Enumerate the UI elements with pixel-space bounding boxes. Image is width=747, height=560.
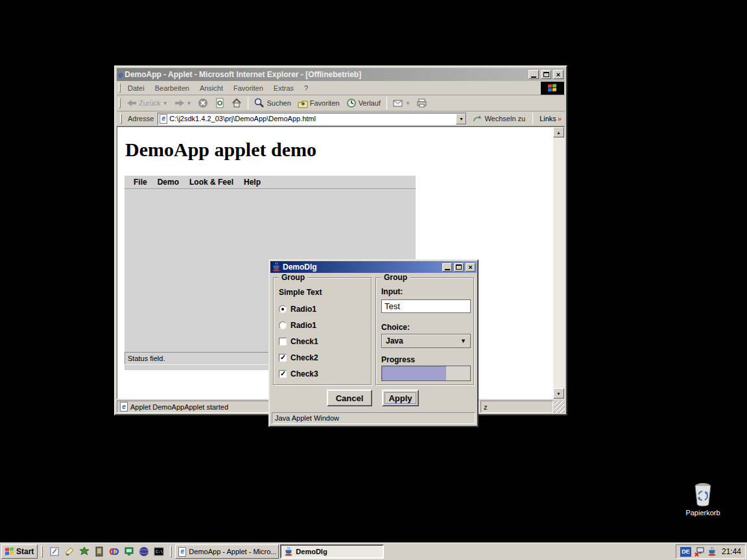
taskbtn-ie-icon: e [178, 547, 186, 557]
menu-grip[interactable] [119, 83, 121, 93]
input-field[interactable]: Test [381, 299, 471, 313]
go-button[interactable]: Wechseln zu [469, 113, 528, 124]
address-input[interactable]: e C:\j2sdk1.4.2_03\prj\DemoApp\DemoApp.h… [158, 113, 467, 125]
check-label-2: Check2 [290, 353, 318, 362]
back-button[interactable]: Zurück ▼ [124, 97, 171, 109]
history-button[interactable]: Verlauf [344, 97, 383, 109]
system-tray: DE 21:44 [676, 544, 746, 559]
progress-bar [381, 366, 471, 381]
checkbox-3[interactable] [279, 370, 287, 378]
go-label: Wechseln zu [484, 115, 525, 122]
clock[interactable]: 21:44 [719, 547, 741, 556]
history-icon [346, 98, 357, 108]
close-button[interactable]: × [553, 70, 563, 79]
dialog-minimize-button[interactable] [442, 263, 452, 272]
network-status-icon[interactable] [694, 546, 705, 557]
links-button[interactable]: Links » [538, 115, 563, 122]
progress-label: Progress [381, 355, 415, 364]
monitor-app-icon[interactable] [123, 546, 134, 557]
print-button[interactable] [414, 97, 430, 109]
language-indicator[interactable]: DE [680, 547, 691, 557]
go-arrow-icon [472, 113, 482, 124]
tasks-grip[interactable] [170, 546, 172, 557]
menu-extras[interactable]: Extras [268, 84, 299, 92]
stop-button[interactable] [195, 97, 211, 109]
address-label: Adresse [126, 115, 155, 122]
mail-caret-icon: ▼ [405, 100, 410, 106]
search-button[interactable]: Suchen [252, 97, 293, 109]
globe-app-icon[interactable] [138, 546, 149, 557]
back-caret-icon: ▼ [163, 100, 168, 106]
address-grip[interactable] [120, 113, 122, 123]
dialog-close-button[interactable]: × [466, 263, 475, 272]
links-chevron-icon: » [558, 115, 562, 122]
svg-text:✱: ✱ [301, 101, 305, 107]
cancel-button[interactable]: Cancel [327, 390, 372, 406]
checkbox-1[interactable] [279, 338, 287, 345]
forward-button[interactable]: ▼ [172, 97, 195, 109]
vertical-scrollbar[interactable]: ▲ ▼ [553, 127, 564, 399]
java-applet-window-banner: Java Applet Window [272, 412, 475, 424]
recycle-bin[interactable]: Papierkorb [679, 482, 727, 517]
right-group-title: Group [381, 273, 410, 282]
maximize-button[interactable] [541, 70, 551, 79]
left-group-box: Group Simple Text Radio1 Radio1 Check1 C… [273, 277, 372, 385]
pen-document-icon[interactable] [64, 546, 75, 557]
checkbox-2[interactable] [279, 354, 287, 362]
svg-text:C:\: C:\ [156, 549, 163, 554]
taskbar-button-demoapp[interactable]: e DemoApp - Applet - Micro... [175, 544, 279, 559]
home-button[interactable] [229, 97, 244, 109]
green-app-icon[interactable] [78, 546, 89, 557]
image-viewer-icon[interactable] [93, 546, 104, 557]
toolbar-grip[interactable] [119, 98, 121, 109]
mail-button[interactable]: ▼ [390, 97, 413, 109]
tray-java-icon[interactable] [707, 547, 717, 556]
scroll-down-button[interactable]: ▼ [553, 388, 564, 399]
ie-address-bar: Adresse e C:\j2sdk1.4.2_03\prj\DemoApp\D… [117, 111, 565, 126]
menu-ansicht[interactable]: Ansicht [195, 84, 228, 92]
applet-menu-file[interactable]: File [128, 178, 152, 187]
applet-status-text: Status field. [128, 355, 165, 362]
radio-label-2: Radio1 [290, 321, 316, 330]
minimize-button[interactable] [528, 70, 539, 79]
color-rings-app-icon[interactable] [108, 546, 119, 557]
windows-logo-icon [548, 84, 557, 92]
ie-title-bar[interactable]: e DemoApp - Applet - Microsoft Internet … [117, 68, 565, 81]
menu-favoriten[interactable]: Favoriten [228, 84, 268, 92]
refresh-button[interactable] [212, 97, 228, 109]
menu-hilfe[interactable]: ? [299, 84, 313, 92]
address-dropdown-button[interactable]: ▼ [456, 113, 466, 124]
ie-toolbar: Zurück ▼ ▼ S [117, 95, 565, 111]
dialog-title-bar[interactable]: DemoDlg × [270, 261, 477, 273]
resize-grip[interactable] [554, 401, 565, 413]
favorites-button[interactable]: ✱ Favoriten [295, 97, 342, 109]
start-button[interactable]: Start [1, 544, 38, 559]
apply-button[interactable]: Apply [382, 390, 419, 406]
menu-datei[interactable]: Datei [123, 84, 150, 92]
mail-icon [393, 98, 403, 108]
status-zone-partial-text: z [484, 403, 488, 411]
search-label: Suchen [267, 99, 290, 107]
banner-text: Java Applet Window [275, 414, 339, 422]
applet-menu-demo[interactable]: Demo [152, 178, 184, 187]
notes-app-icon[interactable] [49, 546, 60, 557]
command-prompt-icon[interactable]: C:\ [153, 546, 164, 557]
dropdown-arrow-icon: ▼ [460, 338, 466, 344]
status-page-icon: e [120, 402, 128, 412]
applet-menu-help[interactable]: Help [239, 178, 266, 187]
radio-row-1: Radio1 [279, 304, 316, 314]
applet-menu-lookfeel[interactable]: Look & Feel [184, 178, 239, 187]
print-icon [417, 98, 427, 108]
choice-dropdown[interactable]: Java ▼ [381, 334, 471, 348]
quicklaunch-grip[interactable] [41, 546, 43, 557]
radio-button-1[interactable] [279, 305, 287, 313]
scroll-up-button[interactable]: ▲ [553, 127, 564, 137]
menu-bearbeiten[interactable]: Bearbeiten [150, 84, 195, 92]
dialog-maximize-button[interactable] [454, 263, 464, 272]
radio-button-2[interactable] [279, 321, 287, 329]
scrollbar-track[interactable] [553, 137, 564, 388]
forward-caret-icon: ▼ [187, 100, 192, 106]
check-label-1: Check1 [290, 337, 318, 346]
history-label: Verlauf [359, 99, 381, 107]
taskbar-button-demodlg[interactable]: DemoDlg [280, 544, 384, 559]
